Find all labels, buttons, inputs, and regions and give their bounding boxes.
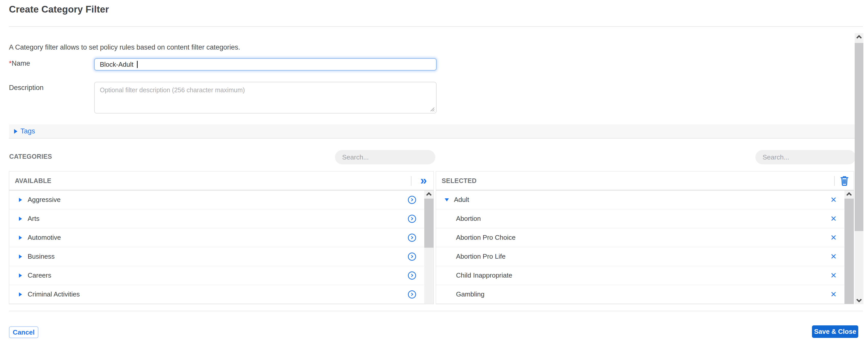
selected-panel-title: SELECTED: [442, 177, 477, 184]
remove-icon[interactable]: ✕: [830, 234, 839, 242]
category-label: Aggressive: [28, 196, 61, 204]
resize-grip-icon[interactable]: [429, 106, 435, 112]
name-label: *Name: [9, 60, 30, 67]
collapse-triangle-icon[interactable]: [445, 198, 449, 201]
name-field-wrap: [94, 58, 437, 71]
available-category-row[interactable]: Aggressive: [9, 191, 424, 209]
page-title: Create Category Filter: [9, 4, 109, 15]
required-asterisk: *: [9, 60, 12, 67]
text-cursor: [137, 61, 138, 68]
description-field-wrap: [94, 82, 437, 113]
available-panel-header: AVAILABLE »: [9, 172, 433, 191]
tags-collapsed-triangle-icon: [14, 129, 18, 134]
scroll-up-icon[interactable]: [426, 192, 431, 198]
save-and-close-button[interactable]: Save & Close: [812, 325, 858, 338]
tags-section-bar: Tags: [9, 125, 859, 139]
selected-subcategory-row[interactable]: Abortion✕: [436, 209, 844, 228]
expand-triangle-icon[interactable]: [19, 254, 22, 259]
chevron-right-icon: [410, 274, 413, 277]
subcategory-label: Abortion Pro Choice: [456, 234, 516, 242]
category-label: Careers: [28, 271, 51, 279]
page-scrollbar-thumb[interactable]: [855, 43, 863, 231]
create-category-filter-modal: Create Category Filter A Category filter…: [0, 0, 868, 343]
selected-panel-body: Adult✕Abortion✕Abortion Pro Choice✕Abort…: [436, 191, 854, 304]
expand-triangle-icon[interactable]: [19, 293, 22, 297]
description-textarea[interactable]: [94, 82, 437, 113]
category-label: Automotive: [28, 234, 61, 242]
available-category-row[interactable]: Criminal Activities: [9, 285, 424, 304]
chevron-right-icon: [410, 255, 413, 258]
available-panel-title: AVAILABLE: [15, 177, 52, 184]
chevron-right-icon: [410, 198, 413, 201]
category-label: Business: [28, 252, 55, 261]
header-divider-line: [411, 176, 411, 186]
available-panel: AVAILABLE » AggressiveArtsAutomotiveBusi…: [9, 171, 434, 304]
selected-group-row[interactable]: Adult✕: [436, 191, 844, 209]
cancel-button[interactable]: Cancel: [9, 327, 38, 338]
move-to-selected-icon[interactable]: [408, 215, 416, 223]
move-to-selected-icon[interactable]: [408, 271, 416, 280]
available-list-scrollbar[interactable]: [424, 191, 433, 304]
selected-group-label: Adult: [454, 196, 469, 204]
intro-text: A Category filter allows to set policy r…: [9, 43, 240, 52]
move-to-selected-icon[interactable]: [408, 234, 416, 242]
remove-icon[interactable]: ✕: [830, 272, 839, 279]
chevron-right-icon: [410, 236, 413, 239]
selected-list: Adult✕Abortion✕Abortion Pro Choice✕Abort…: [436, 191, 844, 304]
page-scrollbar[interactable]: [855, 33, 863, 304]
name-input[interactable]: [94, 58, 437, 71]
selected-subcategory-row[interactable]: Child Inappropriate✕: [436, 266, 844, 285]
selected-subcategory-row[interactable]: Gambling✕: [436, 285, 844, 304]
available-panel-body: AggressiveArtsAutomotiveBusinessCareersC…: [9, 191, 433, 304]
remove-icon[interactable]: ✕: [830, 253, 839, 261]
selected-panel-header: SELECTED: [436, 172, 854, 191]
selected-scrollbar-thumb[interactable]: [844, 199, 854, 304]
description-label: Description: [9, 84, 43, 92]
move-to-selected-icon[interactable]: [408, 196, 416, 204]
available-scrollbar-thumb[interactable]: [424, 199, 433, 248]
move-all-right-icon[interactable]: »: [420, 174, 427, 186]
tags-expander[interactable]: Tags: [14, 127, 35, 135]
subcategory-label: Gambling: [456, 290, 485, 298]
expand-triangle-icon[interactable]: [19, 273, 22, 278]
available-category-row[interactable]: Arts: [9, 209, 424, 228]
remove-icon[interactable]: ✕: [830, 196, 839, 204]
move-to-selected-icon[interactable]: [408, 290, 416, 299]
available-category-row[interactable]: Careers: [9, 266, 424, 285]
selected-list-scrollbar[interactable]: [844, 191, 854, 304]
selected-subcategory-row[interactable]: Abortion Pro Life✕: [436, 247, 844, 266]
scroll-up-icon[interactable]: [856, 35, 862, 40]
category-label: Criminal Activities: [28, 290, 80, 298]
available-search-input[interactable]: [335, 150, 435, 164]
move-to-selected-icon[interactable]: [408, 252, 416, 261]
remove-icon[interactable]: ✕: [830, 290, 839, 298]
selected-panel: SELECTED Adult✕Abortion✕Abortion Pro Cho…: [436, 171, 854, 304]
expand-triangle-icon[interactable]: [19, 198, 22, 202]
expand-triangle-icon[interactable]: [19, 217, 22, 221]
category-label: Arts: [28, 215, 39, 222]
scroll-up-icon[interactable]: [846, 192, 851, 198]
selected-subcategory-row[interactable]: Abortion Pro Choice✕: [436, 228, 844, 247]
subcategory-label: Child Inappropriate: [456, 271, 512, 279]
subcategory-label: Abortion Pro Life: [456, 252, 506, 261]
tags-label: Tags: [21, 127, 35, 135]
available-category-row[interactable]: Business: [9, 247, 424, 266]
expand-triangle-icon[interactable]: [19, 236, 22, 240]
chevron-right-icon: [410, 217, 413, 220]
footer-divider: [9, 311, 863, 311]
delete-all-trash-icon[interactable]: [839, 175, 849, 186]
selected-search-input[interactable]: [755, 150, 856, 164]
available-category-row[interactable]: Automotive: [9, 228, 424, 247]
header-divider: [9, 26, 863, 27]
categories-heading: CATEGORIES: [9, 153, 52, 160]
header-divider-line: [834, 176, 835, 186]
available-list: AggressiveArtsAutomotiveBusinessCareersC…: [9, 191, 424, 304]
scroll-down-icon[interactable]: [856, 297, 862, 302]
subcategory-label: Abortion: [456, 215, 481, 222]
chevron-right-icon: [410, 293, 413, 296]
remove-icon[interactable]: ✕: [830, 215, 839, 222]
